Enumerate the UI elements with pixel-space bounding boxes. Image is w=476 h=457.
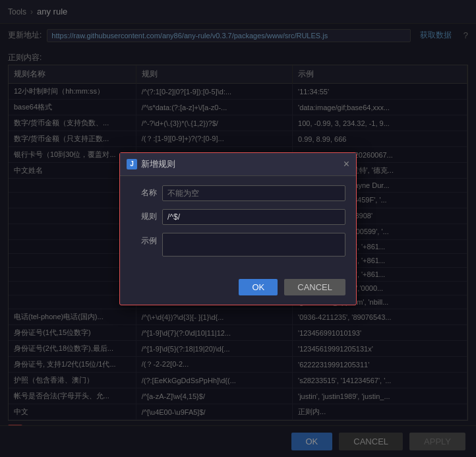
modal-icon: J [127, 159, 137, 169]
modal-footer: OK CANCEL [120, 274, 356, 305]
modal-title: 新增规则 [141, 158, 175, 170]
example-field-row: 示例 [131, 233, 345, 257]
rule-field-input[interactable] [162, 209, 345, 225]
example-field-label: 示例 [131, 233, 157, 247]
name-field-input[interactable] [162, 185, 345, 201]
rule-field-row: 规则 [131, 209, 345, 225]
modal-overlay: J 新增规则 × 名称 规则 示例 OK CANCEL [0, 0, 476, 457]
example-field-box [162, 233, 345, 257]
new-rule-modal: J 新增规则 × 名称 规则 示例 OK CANCEL [119, 152, 357, 305]
rule-field-label: 规则 [131, 211, 157, 222]
modal-cancel-button[interactable]: CANCEL [284, 279, 345, 295]
modal-ok-button[interactable]: OK [239, 279, 278, 295]
name-field-row: 名称 [131, 185, 345, 201]
modal-header: J 新增规则 × [120, 153, 356, 176]
modal-body: 名称 规则 示例 [120, 176, 356, 274]
name-field-label: 名称 [131, 187, 157, 198]
modal-close-button[interactable]: × [343, 159, 349, 169]
